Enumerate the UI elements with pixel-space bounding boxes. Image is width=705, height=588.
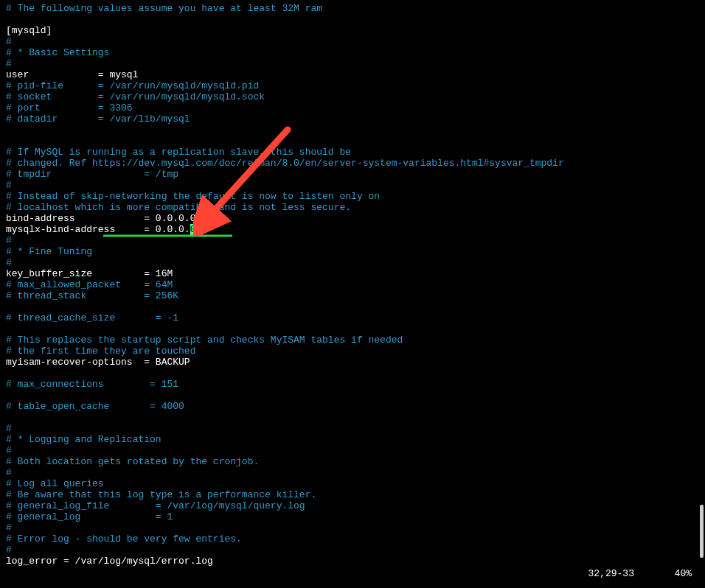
editor-line[interactable]: # Be aware that this log type is a perfo…	[6, 489, 699, 500]
cursor-position: 32,29-33	[588, 568, 634, 579]
editor-line[interactable]: log_error = /var/log/mysql/error.log	[6, 556, 699, 567]
editor-line[interactable]: # socket = /var/run/mysqld/mysqld.sock	[6, 91, 699, 102]
editor-line[interactable]: mysqlx-bind-address = 0.0.0.0	[6, 224, 699, 235]
vim-status-bar: 32,29-33 40%	[588, 568, 692, 579]
cursor: 0	[190, 224, 196, 235]
editor-line[interactable]: # changed. Ref https://dev.mysql.com/doc…	[6, 158, 699, 169]
scroll-percent: 40%	[675, 568, 692, 579]
editor-line[interactable]: # tmpdir = /tmp	[6, 169, 699, 180]
editor-line[interactable]	[6, 323, 699, 335]
editor-line[interactable]: # * Logging and Replication	[6, 434, 699, 445]
editor-line[interactable]: # The following values assume you have a…	[6, 3, 699, 14]
editor-line[interactable]: # * Basic Settings	[6, 47, 699, 58]
editor-line[interactable]: # This replaces the startup script and c…	[6, 335, 699, 346]
editor-line[interactable]: # pid-file = /var/run/mysqld/mysqld.pid	[6, 80, 699, 91]
editor-line[interactable]: # Log all queries	[6, 478, 699, 489]
editor-line[interactable]	[6, 125, 699, 136]
editor-line[interactable]: # thread_stack = 256K	[6, 290, 699, 301]
editor-line[interactable]: [mysqld]	[6, 25, 699, 36]
editor-line[interactable]: # localhost which is more compatible and…	[6, 202, 699, 213]
editor-line[interactable]: # max_connections = 151	[6, 379, 699, 390]
editor-line[interactable]: #	[6, 467, 699, 478]
editor-line[interactable]: #	[6, 235, 699, 246]
editor-line[interactable]	[6, 368, 699, 379]
editor-line[interactable]: # port = 3306	[6, 102, 699, 113]
editor-line[interactable]	[6, 136, 699, 147]
editor-line[interactable]	[6, 14, 699, 25]
editor-line[interactable]: #	[6, 257, 699, 268]
editor-line[interactable]: #	[6, 36, 699, 47]
editor-line[interactable]: # * Fine Tuning	[6, 246, 699, 257]
editor-line[interactable]: #	[6, 522, 699, 533]
editor-line[interactable]: # max_allowed_packet = 64M	[6, 279, 699, 290]
editor-line[interactable]: # general_log = 1	[6, 511, 699, 522]
editor-line[interactable]: # the first time they are touched	[6, 346, 699, 357]
editor-line[interactable]: # general_log_file = /var/log/mysql/quer…	[6, 500, 699, 511]
editor-line[interactable]: #	[6, 545, 699, 556]
editor-line[interactable]: #	[6, 423, 699, 434]
editor-line[interactable]: #	[6, 180, 699, 191]
editor-line[interactable]: # Both location gets rotated by the cron…	[6, 456, 699, 467]
editor-line[interactable]: #	[6, 445, 699, 456]
editor-line[interactable]: key_buffer_size = 16M	[6, 268, 699, 279]
text-editor-viewport[interactable]: # The following values assume you have a…	[6, 3, 699, 567]
editor-line[interactable]: # If MySQL is running as a replication s…	[6, 147, 699, 158]
editor-line[interactable]: user = mysql	[6, 69, 699, 80]
editor-line[interactable]: # Error log - should be very few entries…	[6, 533, 699, 545]
editor-line[interactable]	[6, 412, 699, 423]
editor-line[interactable]: #	[6, 58, 699, 69]
editor-line[interactable]	[6, 301, 699, 312]
editor-line[interactable]: # Instead of skip-networking the default…	[6, 191, 699, 202]
editor-line[interactable]	[6, 390, 699, 401]
editor-line[interactable]: # thread_cache_size = -1	[6, 312, 699, 323]
editor-line[interactable]: bind-address = 0.0.0.0	[6, 213, 699, 224]
editor-line[interactable]: # datadir = /var/lib/mysql	[6, 113, 699, 125]
editor-line[interactable]: myisam-recover-options = BACKUP	[6, 357, 699, 368]
editor-line[interactable]: # table_open_cache = 4000	[6, 401, 699, 412]
scrollbar-thumb[interactable]	[700, 505, 704, 558]
